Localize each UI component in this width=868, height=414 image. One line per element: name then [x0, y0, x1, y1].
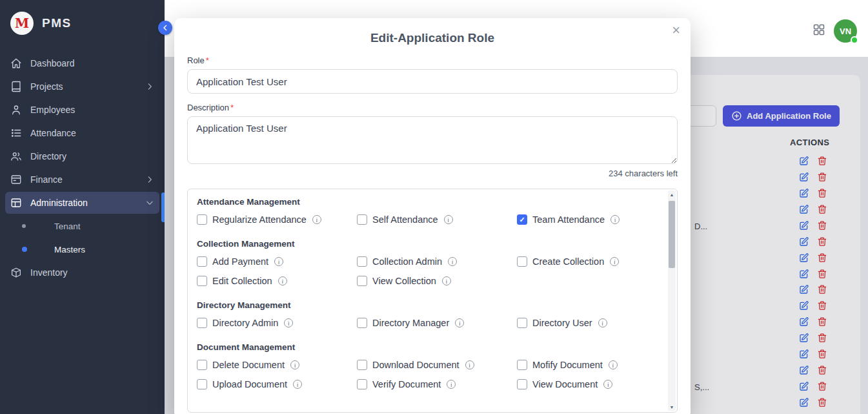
permission-label: Edit Collection — [212, 276, 272, 286]
checkbox-unchecked[interactable] — [197, 256, 207, 267]
checkbox-unchecked[interactable] — [517, 360, 527, 370]
logo-icon: M — [10, 12, 34, 35]
permission-mofify-document[interactable]: Mofify Documenti — [517, 360, 658, 370]
info-icon[interactable]: i — [442, 276, 451, 285]
directory-icon — [10, 150, 22, 162]
checkbox-unchecked[interactable] — [357, 256, 367, 267]
permission-label: View Document — [532, 379, 598, 389]
checkbox-unchecked[interactable] — [197, 318, 207, 328]
permission-label: Create Collection — [532, 256, 604, 267]
sidebar-item-directory[interactable]: Directory — [0, 145, 165, 168]
characters-left: 234 characters left — [187, 169, 678, 178]
sidebar-collapse-button[interactable] — [158, 21, 172, 35]
permissions-box: Attendance ManagementRegularize Attendan… — [187, 189, 678, 413]
permission-label: Verify Document — [372, 379, 441, 389]
sidebar-item-inventory[interactable]: Inventory — [0, 261, 165, 284]
app-logo: M PMS — [0, 0, 165, 47]
sidebar-subitem-tenant[interactable]: Tenant — [0, 214, 165, 238]
info-icon[interactable]: i — [444, 215, 453, 224]
permission-add-payment[interactable]: Add Paymenti — [197, 256, 357, 267]
checkbox-checked[interactable]: ✓ — [517, 214, 527, 225]
permission-self-attendance[interactable]: Self Attendancei — [357, 214, 517, 225]
required-marker: * — [206, 56, 209, 65]
sidebar-item-attendance[interactable]: Attendance — [0, 121, 165, 145]
info-icon[interactable]: i — [290, 360, 299, 369]
permission-group-title: Document Management — [197, 342, 658, 352]
info-icon[interactable]: i — [603, 380, 612, 389]
checkbox-unchecked[interactable] — [197, 276, 207, 286]
scrollbar-thumb[interactable] — [669, 201, 675, 268]
attendance-icon — [10, 127, 22, 139]
sidebar-item-projects[interactable]: Projects — [0, 75, 165, 98]
info-icon[interactable]: i — [455, 318, 464, 327]
permission-label: Download Document — [372, 360, 459, 370]
sidebar-item-label: Directory — [30, 151, 154, 161]
permission-verify-document[interactable]: Verify Documenti — [357, 379, 517, 389]
checkbox-unchecked[interactable] — [517, 256, 527, 267]
info-icon[interactable]: i — [611, 215, 620, 224]
info-icon[interactable]: i — [274, 257, 283, 266]
checkbox-unchecked[interactable] — [357, 379, 367, 389]
info-icon[interactable]: i — [448, 257, 457, 266]
permission-directory-admin[interactable]: Directory Admini — [197, 318, 357, 328]
finance-icon — [10, 174, 22, 185]
role-input[interactable] — [187, 69, 678, 94]
inactive-dot-icon — [22, 224, 26, 228]
employees-icon — [10, 104, 22, 116]
checkbox-unchecked[interactable] — [357, 214, 367, 225]
info-icon[interactable]: i — [284, 318, 293, 327]
permission-delete-document[interactable]: Delete Documenti — [197, 360, 357, 370]
info-icon[interactable]: i — [312, 215, 321, 224]
checkbox-unchecked[interactable] — [517, 379, 527, 389]
permission-directory-user[interactable]: Directory Useri — [517, 318, 658, 328]
sidebar-subitem-label: Tenant — [54, 222, 81, 231]
permission-label: View Collection — [372, 276, 436, 286]
checkbox-unchecked[interactable] — [357, 276, 367, 286]
permission-upload-document[interactable]: Upload Documenti — [197, 379, 357, 389]
info-icon[interactable]: i — [610, 257, 619, 266]
scroll-up-icon[interactable]: ▲ — [668, 191, 676, 198]
info-icon[interactable]: i — [447, 380, 456, 389]
permission-edit-collection[interactable]: Edit Collectioni — [197, 276, 357, 286]
chevron-down-icon — [145, 198, 154, 207]
permission-team-attendance[interactable]: ✓Team Attendancei — [517, 214, 658, 225]
checkbox-unchecked[interactable] — [357, 360, 367, 370]
sidebar-item-dashboard[interactable]: Dashboard — [0, 52, 165, 75]
checkbox-unchecked[interactable] — [197, 360, 207, 370]
required-marker: * — [230, 103, 234, 112]
inventory-icon — [10, 267, 22, 278]
permission-download-document[interactable]: Download Documenti — [357, 360, 517, 370]
sidebar-item-administration[interactable]: Administration — [5, 192, 159, 214]
sidebar-item-finance[interactable]: Finance — [0, 168, 165, 191]
permission-create-collection[interactable]: Create Collectioni — [517, 256, 658, 267]
info-icon[interactable]: i — [293, 380, 302, 389]
info-icon[interactable]: i — [598, 318, 607, 327]
permission-label: Delete Document — [212, 360, 285, 370]
checkbox-unchecked[interactable] — [197, 379, 207, 389]
checkbox-unchecked[interactable] — [517, 318, 527, 328]
permission-view-document[interactable]: View Documenti — [517, 379, 658, 389]
scrollbar[interactable]: ▲ ▼ — [668, 191, 676, 411]
sidebar-item-employees[interactable]: Employees — [0, 98, 165, 121]
sidebar-subitem-masters[interactable]: Masters — [0, 238, 165, 261]
info-icon[interactable]: i — [278, 276, 287, 285]
permission-directory-manager[interactable]: Directory Manageri — [357, 318, 517, 328]
apps-grid-icon[interactable] — [812, 23, 825, 36]
administration-icon — [10, 197, 22, 209]
scroll-down-icon[interactable]: ▼ — [668, 403, 676, 411]
permission-label: Mofify Document — [532, 360, 603, 370]
checkbox-unchecked[interactable] — [357, 318, 367, 328]
info-icon[interactable]: i — [609, 360, 618, 369]
permission-label: Upload Document — [212, 379, 287, 389]
info-icon[interactable]: i — [465, 360, 474, 369]
permission-label: Self Attendance — [372, 214, 438, 225]
avatar[interactable]: VN — [834, 19, 857, 43]
checkbox-unchecked[interactable] — [197, 214, 207, 225]
permission-collection-admin[interactable]: Collection Admini — [357, 256, 517, 267]
permission-regularize-attendance[interactable]: Regularize Attendancei — [197, 214, 357, 225]
description-label: Description* — [187, 103, 678, 112]
close-icon[interactable]: × — [672, 23, 680, 37]
permission-group: Document ManagementDelete DocumentiDownl… — [197, 342, 658, 389]
description-textarea[interactable]: Application Test User — [187, 116, 678, 164]
permission-view-collection[interactable]: View Collectioni — [357, 276, 517, 286]
